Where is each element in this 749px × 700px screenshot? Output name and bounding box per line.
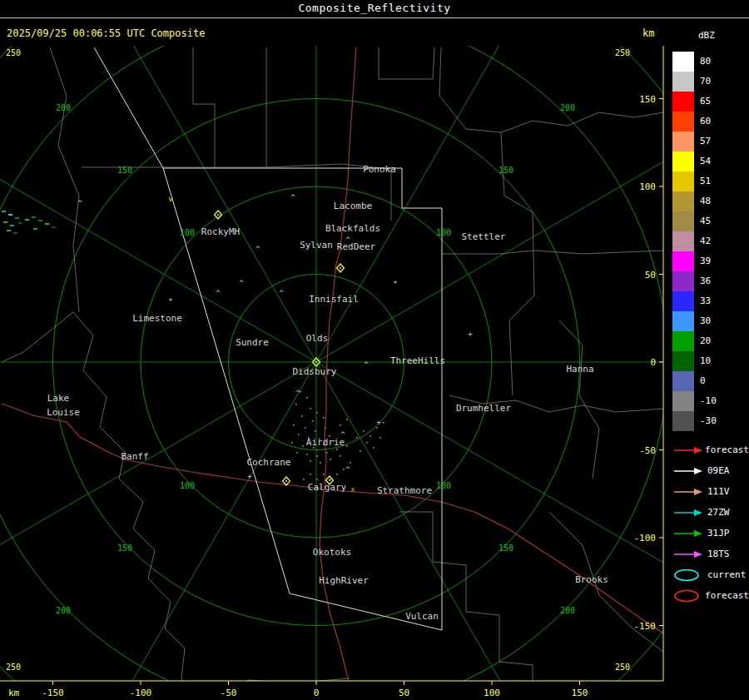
radar-application-window: Composite_Reflectivity 2025/09/25 00:06:… [0, 0, 749, 700]
city-label: Sylvan [300, 240, 333, 251]
radar-echo-speckle [306, 454, 308, 455]
town-marker-icon: ^ [239, 279, 244, 287]
dbz-color-swatch [672, 171, 694, 191]
dbz-color-swatch [672, 271, 694, 291]
radar-echo-speckle [346, 419, 348, 420]
ring-distance-label: 150 [499, 544, 513, 553]
axis-tick-label: 100 [639, 181, 656, 192]
dbz-color-swatch [672, 151, 694, 171]
town-marker-icon: ^ [295, 389, 300, 397]
axis-tick-label: -100 [634, 533, 657, 544]
legend-marker-label: 18TS [707, 549, 730, 559]
axis-tick-label: -150 [42, 688, 64, 698]
marker-legend: forecast09EA111V27ZW31JP18TScurrentforec… [672, 439, 749, 606]
city-label: Sundre [236, 337, 269, 348]
dbz-color-swatch [672, 331, 694, 351]
axis-tick-label: 50 [399, 688, 409, 698]
town-marker-icon: ^ [255, 245, 260, 253]
city-label: Okotoks [313, 547, 351, 558]
radar-echo-speckle [303, 479, 305, 480]
ring-distance-label: 100 [436, 481, 451, 490]
town-marker-icon: ^ [77, 199, 82, 207]
axis-tick-label: -100 [130, 688, 152, 698]
town-marker-icon: v [168, 195, 172, 203]
ring-distance-label: 200 [56, 103, 71, 112]
city-label: Drumheller [456, 403, 512, 414]
town-marker-icon: ^ [279, 289, 284, 297]
ellipse-shape [675, 590, 698, 601]
legend-marker-label: 09EA [707, 465, 730, 476]
radar-echo-speckle [33, 228, 37, 230]
dbz-level-row: 48 [672, 191, 749, 211]
arrow-head [694, 489, 702, 495]
dbz-color-swatch [672, 351, 694, 371]
axis-tick-label: 0 [314, 688, 320, 698]
arrow-head [694, 551, 702, 558]
legend-marker-label: 31JP [707, 528, 730, 539]
county-boundary-line [193, 47, 215, 167]
town-marker-icon: + [247, 472, 252, 480]
radar-echo-speckle [310, 460, 311, 462]
arrow-head [694, 447, 702, 454]
dbz-level-label: 60 [694, 112, 711, 132]
dbz-color-swatch [672, 132, 694, 151]
city-label: HighRiver [319, 575, 369, 586]
radar-echo-speckle [45, 223, 49, 225]
radar-coverage-outline [163, 168, 442, 630]
radar-echo-speckle [363, 430, 365, 432]
legend-marker-label: current [707, 569, 746, 580]
dbz-color-swatch [672, 92, 694, 112]
legend-marker-row: 09EA [672, 460, 749, 481]
dbz-level-row: 33 [672, 291, 749, 311]
dbz-color-swatch [672, 52, 694, 72]
dbz-level-row: 60 [672, 112, 749, 132]
town-marker-icon: * [168, 297, 172, 305]
dbz-level-row: -30 [672, 411, 749, 431]
dbz-level-label: 39 [694, 251, 711, 271]
axis-tick-label: -50 [221, 688, 237, 698]
storm-ellipse-icon [672, 568, 704, 582]
county-boundary-line [442, 251, 663, 254]
radar-map-canvas[interactable]: 1001502002501001502002501001502002501001… [0, 46, 666, 700]
radar-echo-speckle [315, 430, 316, 432]
dbz-level-label: 70 [694, 72, 711, 92]
legend-marker-row: forecast [672, 439, 749, 460]
legend-marker-label: forecast [705, 444, 749, 455]
axis-tick-label: -50 [639, 445, 656, 456]
city-label: Strathmore [377, 485, 432, 496]
county-boundary-line [399, 512, 533, 698]
radar-echo-speckle [370, 435, 371, 437]
dbz-level-label: 65 [694, 92, 711, 112]
dbz-level-label: 54 [694, 151, 711, 171]
town-marker-icon: ^ [345, 465, 350, 474]
radar-echo-speckle [7, 230, 11, 231]
ring-distance-label: 200 [560, 606, 575, 615]
legend-marker-row: forecast [672, 585, 749, 606]
radar-echo-speckle [325, 427, 326, 429]
radar-station-icon [285, 480, 287, 482]
city-label: Ponoka [363, 164, 396, 175]
dbz-level-label: 45 [694, 211, 711, 231]
radar-echo-speckle [293, 424, 295, 426]
dbz-level-row: 57 [672, 132, 749, 151]
radar-echo-speckle [291, 442, 293, 444]
dbz-level-label: 48 [694, 191, 711, 211]
dbz-color-swatch [672, 391, 694, 411]
radar-echo-speckle [316, 479, 318, 480]
town-marker-icon: ^ [290, 193, 295, 201]
radar-echo-speckle [310, 408, 311, 410]
dbz-level-row: 45 [672, 211, 749, 231]
radar-echo-speckle [376, 427, 378, 429]
dbz-color-swatch [672, 371, 694, 391]
dbz-color-swatch [672, 231, 694, 251]
town-marker-icon: ^ [216, 289, 221, 297]
dbz-level-label: 36 [694, 271, 711, 291]
town-marker-icon: * [393, 280, 397, 288]
legend-marker-row: 111V [672, 481, 749, 502]
dbz-level-row: 54 [672, 151, 749, 171]
radar-echo-speckle [3, 221, 7, 223]
dbz-level-label: 57 [694, 132, 711, 151]
axis-tick-label: 0 [650, 357, 656, 368]
city-label: Lacombe [334, 201, 372, 211]
dbz-level-row: 30 [672, 311, 749, 331]
